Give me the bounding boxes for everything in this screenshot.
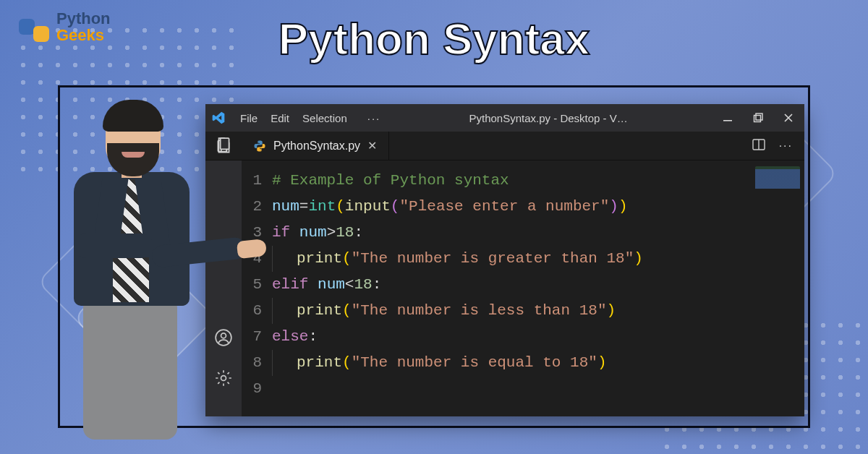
vscode-title-bar: File Edit Selection ··· PythonSyntax.py … xyxy=(205,104,804,132)
presenter-illustration xyxy=(43,93,217,440)
menu-more-icon[interactable]: ··· xyxy=(367,112,381,124)
page-title: Python Syntax xyxy=(278,13,590,64)
gutter-line-number: 2 xyxy=(242,194,272,220)
menu-selection[interactable]: Selection xyxy=(302,112,347,124)
gutter-line-number: 9 xyxy=(242,376,272,402)
gutter-line-number: 1 xyxy=(242,168,272,194)
brand-name-line1: Python xyxy=(56,10,111,27)
brand-logo-mark xyxy=(19,12,49,42)
editor-tab-filename: PythonSyntax.py xyxy=(273,140,360,153)
vscode-window: File Edit Selection ··· PythonSyntax.py … xyxy=(205,104,804,416)
gutter-line-number: 7 xyxy=(242,324,272,350)
editor-tab[interactable]: PythonSyntax.py ✕ xyxy=(242,132,389,160)
code-line-8: 8 print("The number is equal to 18") xyxy=(242,350,804,376)
minimap[interactable] xyxy=(755,166,800,198)
svg-rect-4 xyxy=(221,138,229,149)
code-line-4: 4 print("The number is greater than 18") xyxy=(242,246,804,272)
code-line-5: 5 elif num<18: xyxy=(242,272,804,298)
window-title: PythonSyntax.py - Desktop - V… xyxy=(385,112,712,124)
window-close-icon[interactable] xyxy=(783,112,794,124)
svg-rect-2 xyxy=(756,113,762,120)
window-minimize-icon[interactable] xyxy=(722,112,733,124)
close-tab-icon[interactable]: ✕ xyxy=(367,139,377,153)
code-line-1: 1 # Example of Python syntax xyxy=(242,168,804,194)
vscode-body: 1 # Example of Python syntax 2 num=int(i… xyxy=(205,160,804,416)
brand-logo-text: Python Geeks xyxy=(56,10,111,43)
more-actions-icon[interactable]: ··· xyxy=(779,140,793,153)
gutter-line-number: 6 xyxy=(242,298,272,324)
vscode-editor[interactable]: 1 # Example of Python syntax 2 num=int(i… xyxy=(242,160,804,416)
code-line-6: 6 print("The number is less than 18") xyxy=(242,298,804,324)
code-line-7: 7 else: xyxy=(242,324,804,350)
menu-edit[interactable]: Edit xyxy=(271,112,289,124)
svg-point-9 xyxy=(221,376,226,381)
code-line-3: 3 if num>18: xyxy=(242,220,804,246)
split-editor-icon[interactable] xyxy=(752,137,766,155)
code-line-9: 9 xyxy=(242,376,804,402)
code-line-2: 2 num=int(input("Please enter a number")… xyxy=(242,194,804,220)
svg-point-8 xyxy=(221,333,226,338)
menu-file[interactable]: File xyxy=(240,112,258,124)
brand-name-line2: Geeks xyxy=(56,27,111,43)
gutter-line-number: 8 xyxy=(242,350,272,376)
svg-rect-1 xyxy=(754,116,761,122)
brand-logo: Python Geeks xyxy=(19,10,111,43)
svg-rect-0 xyxy=(723,120,732,121)
window-maximize-icon[interactable] xyxy=(752,112,764,124)
gutter-line-number: 5 xyxy=(242,272,272,298)
python-file-icon xyxy=(253,140,266,153)
vscode-tabs-row: PythonSyntax.py ✕ ··· xyxy=(205,132,804,160)
